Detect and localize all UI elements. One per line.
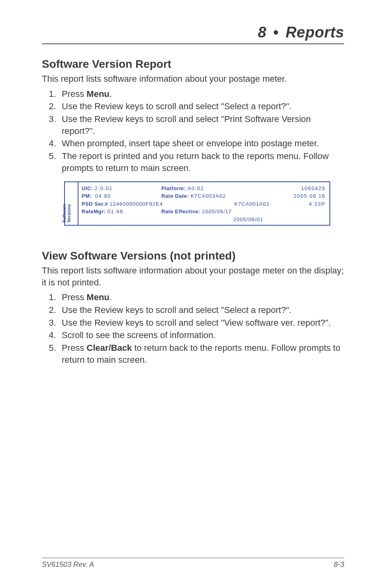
cell: Rate Date: K7CA003A02 <box>161 192 286 200</box>
cell: RateMgr: 01.98 <box>82 208 161 216</box>
value: A0.02 <box>188 185 204 191</box>
page-footer: SV61503 Rev. A 8-3 <box>42 555 344 569</box>
step-text: Press <box>62 292 86 302</box>
step-text: Use the Review keys to scroll and select… <box>62 114 311 136</box>
section2-steps: Press Menu. Use the Review keys to scrol… <box>42 291 344 366</box>
value: 2005/06/01 <box>233 216 263 222</box>
step-text: Scroll to see the screens of information… <box>62 330 215 340</box>
report-content: UIC: 2.0.01 Platform: A0.02 1060425 PM: … <box>78 182 329 225</box>
value: 12460000000F92E4 <box>110 201 163 207</box>
cell: Rate Effective: 2005/06/17 <box>161 208 286 216</box>
list-item: Scroll to see the screens of information… <box>59 329 344 341</box>
list-item: Press Menu. <box>59 291 344 303</box>
section1-steps: Press Menu. Use the Review keys to scrol… <box>42 88 344 174</box>
value: 2005 06 16 <box>286 192 325 200</box>
list-item: Use the Review keys to scroll and select… <box>59 304 344 316</box>
section2-title: View Software Versions (not printed) <box>42 250 344 262</box>
chapter-title: Reports <box>286 24 344 41</box>
label: Rate Effective: <box>161 208 200 214</box>
report-row: 2005/06/01 <box>82 216 325 224</box>
section1-intro: This report lists software information a… <box>42 73 344 85</box>
value: 4:33P <box>286 200 325 208</box>
cell <box>82 216 161 224</box>
cell: PSD Ser.# 12460000000F92E4 <box>82 200 186 208</box>
step-text: The report is printed and you return bac… <box>62 151 329 173</box>
value: 2.0.01 <box>95 185 113 191</box>
chapter-number: 8 <box>258 24 266 41</box>
report-row: UIC: 2.0.01 Platform: A0.02 1060425 <box>82 185 325 193</box>
label: PM: <box>82 193 92 199</box>
value: K7CA001A01 <box>234 201 270 207</box>
label: RateMgr: <box>82 208 106 214</box>
report-box: Software Versions UIC: 2.0.01 Platform: … <box>64 181 330 226</box>
list-item: Press Clear/Back to return back to the r… <box>59 342 344 366</box>
step-text: Use the Review keys to scroll and select… <box>62 101 292 111</box>
step-text: . <box>110 89 112 99</box>
step-text: Use the Review keys to scroll and select… <box>62 305 292 315</box>
section2-intro: This report lists software information a… <box>42 265 344 288</box>
side-label-1: Software <box>62 204 67 222</box>
step-text: Use the Review keys to scroll and select… <box>62 318 331 328</box>
step-text: When prompted, insert tape sheet or enve… <box>62 138 319 148</box>
footer-row: SV61503 Rev. A 8-3 <box>42 560 344 569</box>
list-item: Use the Review keys to scroll and select… <box>59 113 344 137</box>
page: 8 • Reports Software Version Report This… <box>0 0 380 588</box>
label: Platform: <box>161 185 186 191</box>
value: 1060425 <box>286 185 325 193</box>
cell <box>286 208 325 216</box>
list-item: Use the Review keys to scroll and select… <box>59 317 344 329</box>
section1-title: Software Version Report <box>42 58 344 71</box>
list-item: When prompted, insert tape sheet or enve… <box>59 138 344 149</box>
value: 2005/06/17 <box>202 208 232 214</box>
step-bold: Menu <box>86 89 109 99</box>
footer-right: 8-3 <box>334 560 344 569</box>
list-item: Use the Review keys to scroll and select… <box>59 100 344 112</box>
label: UIC: <box>82 185 93 191</box>
step-text: . <box>110 292 112 302</box>
header-rule <box>42 43 344 44</box>
value: K7CA003A02 <box>190 193 226 199</box>
cell: Platform: A0.02 <box>161 185 286 193</box>
step-bold: Clear/Back <box>86 343 132 353</box>
report-row: PM: 04.90 Rate Date: K7CA003A02 2005 06 … <box>82 192 325 200</box>
label: PSD Ser.# <box>82 201 108 207</box>
cell: UIC: 2.0.01 <box>82 185 161 193</box>
cell: PM: 04.90 <box>82 192 161 200</box>
list-item: The report is printed and you return bac… <box>59 150 344 174</box>
report-row: PSD Ser.# 12460000000F92E4 K7CA001A01 4:… <box>82 200 325 208</box>
list-item: Press Menu. <box>59 88 344 100</box>
cell <box>286 216 325 224</box>
report-side-tab: Software Versions <box>65 182 78 225</box>
value: 04.90 <box>95 193 111 199</box>
value: 01.98 <box>107 208 123 214</box>
report-sample: Software Versions UIC: 2.0.01 Platform: … <box>64 181 330 226</box>
chapter-header: 8 • Reports <box>42 24 344 41</box>
footer-left: SV61503 Rev. A <box>42 560 94 569</box>
bullet-icon: • <box>273 24 279 41</box>
label: Rate Date: <box>161 193 189 199</box>
step-text: Press <box>62 89 86 99</box>
side-label-2: Versions <box>67 204 71 222</box>
step-text: Press <box>62 343 86 353</box>
report-row: RateMgr: 01.98 Rate Effective: 2005/06/1… <box>82 208 325 216</box>
footer-rule <box>42 558 344 558</box>
step-bold: Menu <box>86 292 109 302</box>
cell: 2005/06/01 <box>161 216 286 224</box>
cell: K7CA001A01 <box>186 200 286 208</box>
side-tab-label: Software Versions <box>62 204 71 222</box>
